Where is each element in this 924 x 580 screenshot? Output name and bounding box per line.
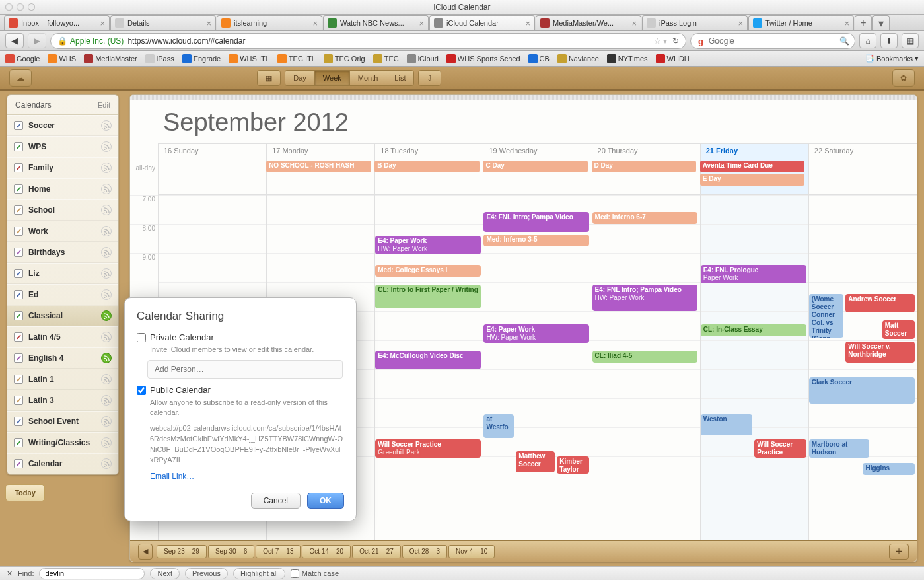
private-checkbox-input[interactable]	[137, 333, 146, 342]
match-case-input[interactable]	[291, 569, 299, 578]
browser-search-input[interactable]	[709, 36, 839, 46]
sidebar-calendar-item[interactable]: ✓Birthdays	[7, 242, 118, 263]
findbar-close-button[interactable]: ✕	[7, 569, 13, 578]
rss-broadcast-icon[interactable]	[101, 458, 112, 469]
bookmark-item[interactable]: TEC Orig	[324, 54, 365, 63]
rss-broadcast-icon[interactable]	[101, 374, 112, 384]
calendar-event[interactable]: E4: Paper WorkHW: Paper Work	[483, 324, 589, 343]
calendar-checkbox[interactable]: ✓	[14, 438, 23, 447]
rss-broadcast-icon[interactable]	[101, 120, 112, 131]
calendar-event[interactable]: Andrew Soccer	[845, 294, 914, 312]
extension-button[interactable]: ▦	[902, 33, 919, 48]
email-link-button[interactable]: Email Link…	[150, 472, 194, 481]
calendar-event[interactable]: at Westfo	[483, 414, 514, 438]
calendar-checkbox[interactable]: ✓	[14, 121, 23, 130]
tabs-dropdown-button[interactable]: ▾	[872, 15, 890, 30]
match-case-checkbox[interactable]: Match case	[291, 569, 339, 578]
calendar-event[interactable]: E4: FNL Intro; Pampa Video	[483, 212, 589, 232]
bookmark-item[interactable]: CB	[528, 54, 550, 63]
view-list-button[interactable]: List	[386, 70, 414, 86]
tab-close-button[interactable]: ×	[97, 18, 105, 28]
sidebar-edit-button[interactable]: Edit	[98, 101, 110, 109]
bookmark-item[interactable]: WHS Sports Sched	[446, 54, 520, 63]
private-calendar-checkbox[interactable]: Private Calendar	[137, 332, 344, 342]
calendar-event[interactable]: Matthew Soccer	[516, 451, 555, 472]
scrubber-week[interactable]: Oct 21 – 27	[352, 545, 401, 558]
calendar-event[interactable]: Will Soccer v. Northbridge	[845, 342, 914, 363]
home-button[interactable]: ⌂	[859, 33, 876, 48]
calendar-event[interactable]: Med: College Essays I	[375, 265, 481, 277]
calendar-event[interactable]: CL: In-Class Essay	[701, 324, 806, 336]
day-column[interactable]: E4: FNL ProloguePaper WorkCL: In-Class E…	[700, 195, 808, 540]
cancel-button[interactable]: Cancel	[251, 493, 301, 509]
browser-search[interactable]: g 🔍	[690, 33, 855, 49]
calendar-checkbox[interactable]: ✓	[14, 142, 23, 151]
sidebar-calendar-item[interactable]: ✓Latin 4/5	[7, 326, 118, 347]
sidebar-calendar-item[interactable]: ✓WPS	[7, 136, 118, 157]
address-bar[interactable]: 🔒 Apple Inc. (US) https://www.icloud.com…	[50, 33, 686, 49]
rss-broadcast-icon[interactable]	[101, 395, 112, 406]
bookmark-item[interactable]: WHS	[48, 54, 76, 63]
rss-broadcast-icon[interactable]	[101, 226, 112, 236]
sidebar-calendar-item[interactable]: ✓Writing/Classics	[7, 432, 118, 453]
tab-close-button[interactable]: ×	[310, 18, 318, 28]
add-person-input[interactable]	[147, 360, 343, 379]
bookmark-item[interactable]: TEC	[373, 54, 399, 63]
scrub-prev-button[interactable]: ◀	[138, 544, 153, 560]
sidebar-calendar-item[interactable]: ✓Ed	[7, 284, 118, 305]
rss-broadcast-icon[interactable]	[101, 353, 112, 363]
browser-tab[interactable]: itslearning×	[217, 15, 322, 30]
calendar-event[interactable]: Matt Soccer	[882, 320, 915, 339]
find-input[interactable]	[39, 568, 145, 579]
calendar-checkbox[interactable]: ✓	[14, 290, 23, 299]
calendar-checkbox[interactable]: ✓	[14, 375, 23, 384]
back-button[interactable]: ◀	[5, 33, 24, 48]
sidebar-calendar-item[interactable]: ✓Calendar	[7, 453, 118, 474]
tab-close-button[interactable]: ×	[735, 18, 743, 28]
rss-broadcast-icon[interactable]	[101, 289, 112, 300]
calendar-checkbox[interactable]: ✓	[14, 311, 23, 320]
calendar-checkbox[interactable]: ✓	[14, 269, 23, 278]
today-button[interactable]: Today	[5, 484, 45, 501]
tab-close-button[interactable]: ×	[522, 18, 530, 28]
rss-broadcast-icon[interactable]	[101, 437, 112, 448]
sidebar-calendar-item[interactable]: ✓Home	[7, 178, 118, 199]
sidebar-calendar-item[interactable]: ✓Work	[7, 221, 118, 242]
scrubber-week[interactable]: Sep 23 – 29	[157, 545, 207, 558]
rss-broadcast-icon[interactable]	[101, 416, 112, 427]
sidebar-calendar-item[interactable]: ✓Latin 3	[7, 390, 118, 411]
rss-broadcast-icon[interactable]	[101, 184, 112, 194]
browser-tab[interactable]: Details×	[110, 15, 216, 30]
calendar-event[interactable]: Med: Inferno 3-5	[483, 235, 589, 246]
browser-tab[interactable]: iCloud Calendar×	[429, 15, 535, 30]
calendar-event[interactable]: Med: Inferno 6-7	[592, 212, 698, 224]
sidebar-calendar-item[interactable]: ✓Classical	[7, 305, 118, 326]
sidebar-calendar-item[interactable]: ✓English 4	[7, 347, 118, 369]
browser-tab[interactable]: MediaMaster/We...×	[536, 15, 641, 30]
day-column[interactable]: E4: Paper WorkHW: Paper WorkMed: College…	[374, 195, 483, 540]
sidebar-calendar-item[interactable]: ✓Latin 1	[7, 369, 118, 390]
calendar-checkbox[interactable]: ✓	[14, 332, 23, 342]
sidebar-calendar-item[interactable]: ✓School Event	[7, 411, 118, 432]
calendar-checkbox[interactable]: ✓	[14, 184, 23, 194]
bookmark-item[interactable]: WHDH	[656, 54, 690, 63]
rss-broadcast-icon[interactable]	[101, 332, 112, 342]
bookmark-item[interactable]: iPass	[145, 54, 174, 63]
sidebar-calendar-item[interactable]: ✓Liz	[7, 263, 118, 284]
allday-event[interactable]: E Day	[700, 174, 804, 186]
calendar-event[interactable]: Marlboro at Hudson	[809, 439, 869, 458]
icloud-home-button[interactable]: ☁	[9, 69, 32, 87]
bookmark-item[interactable]: Google	[5, 54, 40, 63]
bookmark-item[interactable]: Naviance	[557, 54, 599, 63]
calendar-event[interactable]: E4: FNL Intro; Pampa VideoHW: Paper Work	[592, 285, 698, 311]
calendar-event[interactable]: Weston	[701, 414, 752, 435]
allday-cell[interactable]	[808, 159, 917, 195]
forward-button[interactable]: ▶	[28, 33, 46, 48]
calendar-event[interactable]: Higgins	[863, 463, 914, 475]
browser-tab[interactable]: Watch NBC News...×	[323, 15, 429, 30]
highlight-all-button[interactable]: Highlight all	[233, 568, 285, 579]
calendar-event[interactable]: E4: FNL ProloguePaper Work	[701, 265, 806, 283]
rss-broadcast-icon[interactable]	[101, 247, 112, 258]
calendar-event[interactable]: Will Soccer PracticeGreenhill Park	[375, 439, 481, 458]
allday-event[interactable]: C Day	[483, 161, 587, 172]
